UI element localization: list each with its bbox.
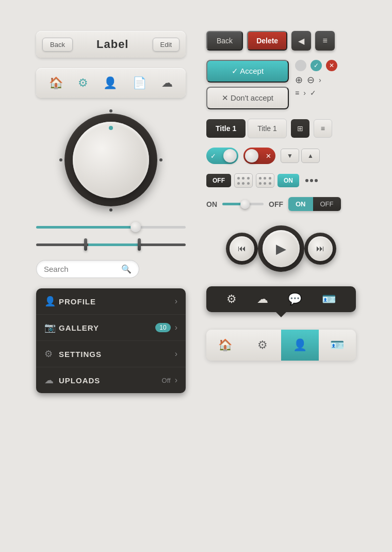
switch-off-button[interactable]: OFF [206,174,231,187]
radio-unchecked[interactable] [295,60,306,71]
toggle-knob-2 [245,149,258,163]
off-button[interactable]: OFF [313,197,341,211]
delete-button[interactable]: Delete [247,31,287,51]
nav-bar: Back Label Edit [36,31,186,58]
plus-icon[interactable]: ⊕ [295,74,303,86]
bottom-home-button[interactable]: 🏠 [206,330,244,361]
top-buttons-row: Back Delete ◀ ≡ [206,31,356,51]
slider-1[interactable] [36,222,186,232]
mini-slider-thumb[interactable] [240,200,250,209]
user-icon[interactable]: 👤 [103,76,117,90]
bottom-user-icon: 👤 [293,338,307,352]
icons-cluster: ✓ ✕ ⊕ ⊖ › ≡ › ✓ [295,60,337,97]
on-label: ON [206,200,217,208]
toggle-check-icon: ✓ [210,152,216,160]
knob-section [36,108,186,212]
chevron-right-icon-3: › [175,349,177,359]
gallery-label: GALLERY [59,323,155,332]
tab-2[interactable]: Title 1 [248,119,287,138]
uploads-status: Off [162,377,171,384]
bottom-settings-icon: ⚙ [257,338,268,352]
list-view-button[interactable]: ≡ [314,119,332,138]
cloud-icon[interactable]: ☁ [161,76,173,90]
knob-indicator [109,126,113,130]
on-off-button-group: ON OFF [288,197,341,211]
minus-icon[interactable]: ⊖ [307,74,315,86]
prev-icon: ⏮ [230,236,254,261]
menu-item-gallery[interactable]: 📷 GALLERY 10 › [36,315,186,341]
grid-view-button[interactable]: ⊞ [291,119,309,138]
card-action-icon[interactable]: 🪪 [322,293,336,306]
next-icon: ⏭ [308,236,333,261]
mini-slider[interactable] [222,199,264,209]
chevron-right-icon: › [175,297,177,306]
slider-handle-left[interactable] [84,238,87,251]
bottom-card-button[interactable]: 🪪 [319,330,356,361]
on-button[interactable]: ON [288,197,313,211]
cloud-action-icon[interactable]: ☁ [257,293,268,306]
uploads-label: UPLOADS [59,376,162,385]
arrow-left-button[interactable]: ◀ [291,31,311,51]
gallery-icon: 📷 [44,322,59,333]
alert-action-icon[interactable]: 💬 [288,293,302,306]
bottom-card-icon: 🪪 [330,338,344,352]
chevron-right-sm[interactable]: › [319,76,321,84]
arrow-down-button[interactable]: ▼ [281,149,299,163]
chevron-right-icon-2: › [175,323,177,332]
menu-item-settings[interactable]: ⚙ SETTINGS › [36,341,186,367]
menu-item-uploads[interactable]: ☁ UPLOADS Off › [36,367,186,393]
search-input[interactable] [44,265,117,273]
edit-button[interactable]: Edit [153,38,179,52]
uploads-icon: ☁ [44,375,59,386]
play-icon: ▶ [263,230,300,267]
bottom-settings-button[interactable]: ⚙ [244,330,282,361]
dark-menu: 👤 PROFILE › 📷 GALLERY 10 › ⚙ SETTINGS › … [36,288,186,393]
gallery-badge: 10 [155,323,170,332]
check-icon[interactable]: ✓ [311,60,322,71]
slider-handle-right[interactable] [138,238,141,251]
home-icon[interactable]: 🏠 [49,76,63,90]
lines-icon: ≡ [295,89,299,97]
chevron-right-icon-4: › [175,376,177,385]
close-icon[interactable]: ✕ [326,60,337,71]
accept-button[interactable]: ✓ Accept [206,60,289,83]
play-button[interactable]: ▶ [258,225,304,272]
profile-icon: 👤 [44,296,59,307]
search-bar[interactable]: 🔍 [36,260,139,278]
prev-button[interactable]: ⏮ [226,233,258,265]
next-button[interactable]: ⏭ [304,233,336,265]
volume-knob[interactable] [64,113,157,206]
back-dark-button[interactable]: Back [206,31,243,51]
media-player: ⏮ ▶ ⏭ [206,220,356,277]
bottom-user-button[interactable]: 👤 [281,330,319,361]
switch-on-button[interactable]: ON [277,174,299,187]
toggles-row: ✓ ✕ ▼ ▲ [206,148,356,164]
menu-item-profile[interactable]: 👤 PROFILE › [36,288,186,315]
slider-thumb-1[interactable] [130,222,141,232]
check-sm: ✓ [310,89,316,97]
more-options-button[interactable] [302,173,321,188]
search-icon: 🔍 [121,264,132,274]
tab-1[interactable]: Title 1 [206,119,246,138]
switch-row: OFF ON [206,173,356,188]
page-title: Label [96,38,128,51]
settings-action-icon[interactable]: ⚙ [226,293,237,306]
menu-button[interactable]: ≡ [315,31,335,51]
switch-grid-right [256,173,274,188]
dont-accept-button[interactable]: ✕ Don't accept [206,87,289,109]
toggle-on[interactable]: ✓ [206,148,238,164]
back-button[interactable]: Back [42,38,73,52]
switch-grid-left [234,173,253,188]
dark-action-bar: ⚙ ☁ 💬 🪪 [206,286,356,312]
icon-toolbar: 🏠 ⚙ 👤 📄 ☁ [36,68,186,98]
bottom-icon-toolbar: 🏠 ⚙ 👤 🪪 [206,330,356,361]
document-icon[interactable]: 📄 [133,76,146,90]
toggle-off[interactable]: ✕ [243,148,275,164]
profile-label: PROFILE [59,297,175,306]
off-label: OFF [269,200,283,208]
toggle-x-icon: ✕ [266,152,271,160]
arrow-up-button[interactable]: ▲ [301,149,320,163]
slider-2[interactable] [36,239,186,250]
settings-icon[interactable]: ⚙ [78,76,88,90]
chevron-right-sm2[interactable]: › [303,89,306,97]
